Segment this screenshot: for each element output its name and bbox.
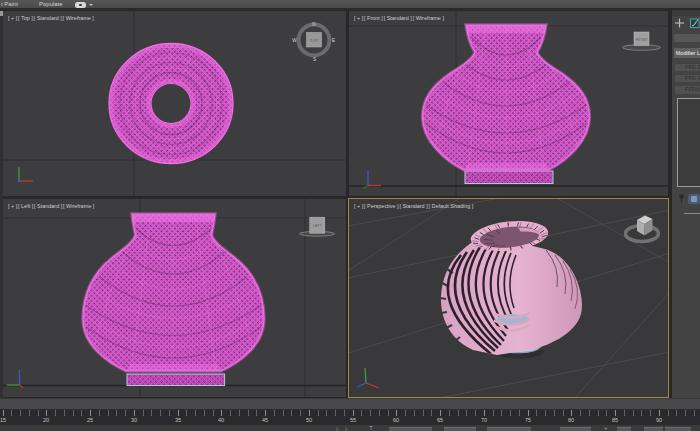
object-name-field[interactable] [674,34,700,42]
frame-tick [46,410,47,416]
frame-tick [81,410,82,416]
modifier-button-ffdbox[interactable]: FFD(box) [675,86,700,94]
compass-s: S [313,57,316,62]
modifier-button-ffd2[interactable]: FFD 2x2x2 [675,64,700,72]
frame-tick [624,410,625,416]
frame-tick [248,410,249,416]
frame-number: 20 [43,417,49,423]
frame-tick [484,410,485,416]
frame-tick [501,410,502,416]
ribbon-tab-bar: t Paint Populate [0,0,700,10]
viewcube-perspective[interactable] [626,216,659,242]
frame-tick [545,410,546,416]
frame-tick [195,410,196,416]
frame-number: 50 [306,417,312,423]
modifier-stack-list[interactable] [677,98,700,187]
frame-tick [344,410,345,416]
frame-tick [641,410,642,416]
vase-wireframe-left-view[interactable] [83,214,264,386]
ribbon-display-toggle-icon[interactable] [75,2,86,8]
frame-tick [475,410,476,416]
status-control[interactable] [617,427,631,431]
text-tool-icon[interactable]: T [369,425,372,430]
command-panel-tabs [672,16,700,30]
frame-tick [143,410,144,416]
frame-tick [213,410,214,416]
viewport-label-front[interactable]: [ + ][ Front ][ Standard ][ Wireframe ] [354,15,445,21]
viewcube-front[interactable]: FRONT [623,32,661,50]
torus-wireframe-top-view[interactable] [109,43,233,164]
viewport-canvas-left: LEFT [3,199,346,397]
frame-tick [256,410,257,416]
status-control[interactable] [389,427,432,431]
frame-tick [274,410,275,416]
viewport-front[interactable]: FRONT [ + ][ Front ][ Standard ][ Wirefr… [349,11,668,196]
frame-tick [396,410,397,416]
frame-tick [318,410,319,416]
frame-tick [685,410,686,416]
frame-number: 30 [131,417,137,423]
frame-tick [116,410,117,416]
status-control[interactable] [487,427,531,431]
viewport-perspective[interactable]: [ + ][ Perspective ][ Standard ][ Defaul… [349,199,668,397]
dropdown-caret-icon[interactable] [89,4,93,6]
viewport-label-left[interactable]: [ + ][ Left ][ Standard ][ Wireframe ] [8,203,95,209]
status-control[interactable] [644,427,663,431]
viewport-left[interactable]: LEFT [ + ][ Left ][ Standard ][ Wirefram… [3,199,346,397]
viewport-top[interactable]: TOP N E S W [ + ][ Top ][ Standard ][ Wi… [3,11,346,196]
frame-number: 75 [524,417,530,423]
frame-tick [160,410,161,416]
key-icon[interactable]: ⊦ [345,425,348,431]
frame-tick [151,410,152,416]
modifier-button-ffd4[interactable]: FFD 4x4x4 [675,75,700,83]
frame-tick [440,410,441,416]
vase-wireframe-front-view[interactable] [423,25,590,184]
frame-tick [694,410,695,416]
frame-tick [125,410,126,416]
ribbon-tab-object-paint[interactable]: t Paint [1,0,18,7]
ribbon-tab-populate[interactable]: Populate [39,0,63,7]
frame-tick [563,410,564,416]
plus-icon[interactable] [675,19,684,28]
compass-n: N [312,22,315,27]
modify-tab-icon[interactable] [691,19,700,28]
frame-tick [458,410,459,416]
viewcube-face-label: TOP [310,38,319,43]
status-bar: ⊦ ⊦ T + [0,425,700,431]
frame-tick [668,410,669,416]
status-control[interactable] [444,427,476,431]
viewport-canvas-perspective [349,199,668,397]
key-icon[interactable]: ⊦ [336,425,339,431]
frame-tick [29,410,30,416]
plus-icon[interactable]: + [604,425,607,430]
frame-tick [3,410,4,416]
modifier-list-dropdown[interactable]: Modifier List [674,48,700,58]
viewport-label-top[interactable]: [ + ][ Top ][ Standard ][ Wireframe ] [8,15,95,21]
frame-number: 90 [656,417,662,423]
shaded-vase[interactable] [440,218,582,359]
frame-tick [659,410,660,416]
frame-tick [528,410,529,416]
frame-tick [64,410,65,416]
viewport-label-perspective[interactable]: [ + ][ Perspective ][ Standard ][ Defaul… [354,203,474,209]
frame-tick [519,410,520,416]
frame-number: 85 [612,417,618,423]
track-bar-ruler[interactable]: 1520253035404550556065707580859095 [0,409,700,425]
compass-w: W [292,38,297,43]
viewcube-face-label: FRONT [635,38,648,42]
frame-tick [178,410,179,416]
status-control[interactable] [665,427,691,431]
frame-tick [108,410,109,416]
frame-number: 70 [481,417,487,423]
pin-stack-icon[interactable] [677,193,686,204]
viewcube-top[interactable]: TOP N E S W [292,22,335,62]
frame-tick [335,410,336,416]
rollout-divider [684,213,700,214]
frame-tick [493,410,494,416]
frame-tick [221,410,222,416]
show-end-result-icon[interactable] [688,194,700,204]
frame-tick [510,410,511,416]
frame-tick [353,410,354,416]
frame-tick [291,410,292,416]
status-control[interactable] [560,427,591,431]
